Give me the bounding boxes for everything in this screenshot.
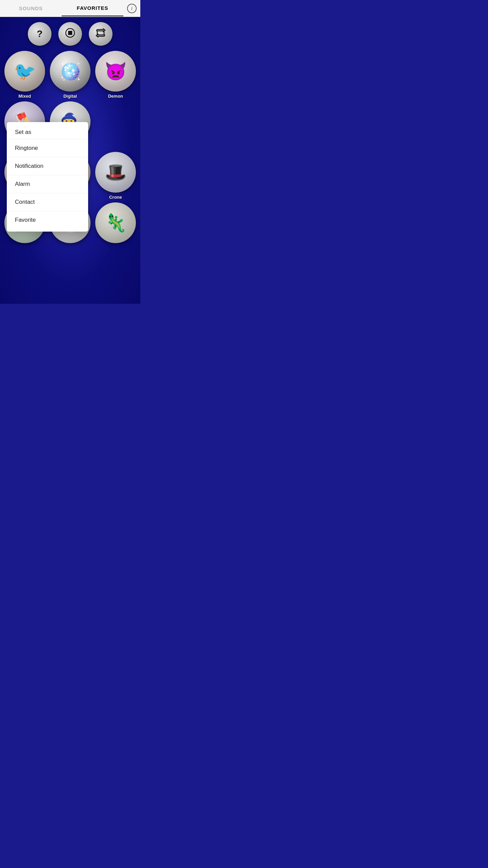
question-icon: ?: [37, 28, 42, 39]
sound-ball-crone: 🎩: [95, 152, 136, 193]
popup-item-contact[interactable]: Contact: [7, 193, 88, 211]
sound-item-demon[interactable]: 👿 Demon: [94, 51, 137, 99]
sound-item-digital[interactable]: 🪩 Digital: [49, 51, 92, 99]
popup-header: Set as: [7, 125, 88, 139]
popup-item-favorite[interactable]: Favorite: [7, 211, 88, 229]
controls-row: ?: [3, 20, 137, 46]
popup-menu: Set as Ringtone Notification Alarm Conta…: [7, 122, 88, 232]
info-button[interactable]: i: [123, 4, 140, 13]
main-content: ? 🐦 Mixe: [0, 17, 140, 304]
tab-sounds[interactable]: SOUNDS: [0, 1, 62, 16]
stop-button[interactable]: [58, 22, 82, 46]
sound-item-creature[interactable]: 🦎: [94, 202, 137, 245]
sound-ball-demon: 👿: [95, 51, 136, 92]
creature-icon: 🦎: [105, 214, 127, 232]
tab-favorites[interactable]: FAVORITES: [62, 0, 123, 16]
svg-rect-1: [68, 31, 72, 35]
sound-ball-mixed: 🐦: [4, 51, 45, 92]
popup-item-alarm[interactable]: Alarm: [7, 175, 88, 193]
sound-ball-digital: 🪩: [50, 51, 90, 92]
sound-item-mixed[interactable]: 🐦 Mixed: [3, 51, 46, 99]
digital-icon: 🪩: [59, 62, 81, 80]
tab-bar: SOUNDS FAVORITES i: [0, 0, 140, 17]
popup-item-notification[interactable]: Notification: [7, 157, 88, 175]
sound-ball-creature: 🦎: [95, 202, 136, 243]
info-icon: i: [127, 4, 137, 13]
demon-icon: 👿: [105, 62, 127, 80]
sound-item-crone[interactable]: 🎩 Crone: [94, 152, 137, 200]
mixed-icon: 🐦: [14, 62, 36, 80]
stop-icon: [65, 28, 75, 40]
mixed-label: Mixed: [19, 94, 31, 99]
repeat-icon: [95, 28, 106, 40]
question-button[interactable]: ?: [28, 22, 52, 46]
crone-label: Crone: [109, 195, 122, 200]
popup-item-ringtone[interactable]: Ringtone: [7, 139, 88, 157]
digital-label: Digital: [63, 94, 77, 99]
demon-label: Demon: [108, 94, 123, 99]
crone-icon: 🎩: [105, 163, 127, 181]
repeat-button[interactable]: [89, 22, 113, 46]
